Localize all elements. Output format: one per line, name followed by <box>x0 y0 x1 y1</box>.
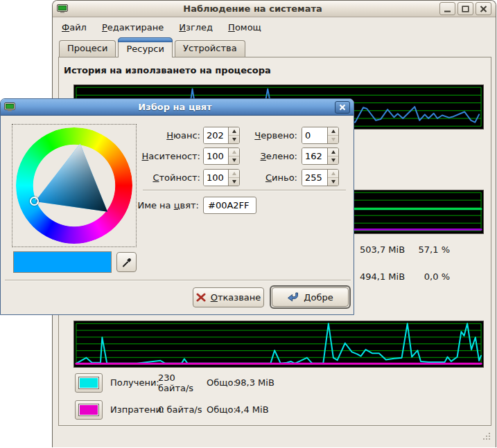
system-monitor-icon <box>4 102 15 112</box>
received-color-button[interactable] <box>75 373 103 393</box>
sent-total: 4,4 MiB <box>235 404 269 415</box>
green-spinbox <box>302 147 339 165</box>
menu-help[interactable]: Помощ <box>228 19 268 35</box>
ok-button[interactable]: Добре <box>272 287 349 307</box>
red-label: Червено: <box>235 127 297 144</box>
received-total: 98,3 MiB <box>235 377 274 388</box>
close-icon <box>480 6 487 12</box>
network-sent-row: Изпратени: 0 байта/s Общо: 4,4 MiB <box>75 400 269 420</box>
menu-edit[interactable]: Редактиране <box>102 19 171 35</box>
red-input[interactable] <box>302 127 327 143</box>
close-button[interactable] <box>476 2 491 15</box>
menubar: Файл Редактиране Изглед Помощ <box>53 18 496 37</box>
color-selector-marker[interactable] <box>30 197 39 206</box>
tab-resources[interactable]: Ресурси <box>118 37 173 57</box>
minimize-icon <box>444 6 451 12</box>
menu-file[interactable]: Файл <box>62 19 94 35</box>
tabbar: Процеси Ресурси Устройства <box>59 37 247 57</box>
blue-input[interactable] <box>302 170 327 186</box>
value-label: Стойност: <box>117 169 200 186</box>
saturation-input[interactable] <box>204 148 228 164</box>
hue-input[interactable] <box>204 127 228 143</box>
menu-view[interactable]: Изглед <box>179 19 220 35</box>
dialog-close-button[interactable] <box>335 101 350 114</box>
eyedropper-icon <box>121 257 132 268</box>
sent-color-swatch <box>78 404 99 416</box>
value-input[interactable] <box>204 170 228 186</box>
saturation-label: Наситеност: <box>117 147 200 165</box>
green-spin-down-button[interactable] <box>328 156 338 164</box>
red-spin-down-button[interactable] <box>328 136 338 143</box>
spin-up-icon <box>331 129 335 133</box>
cpu-history-heading: История на използването на процесора <box>64 65 271 75</box>
memory-size-value: 503,7 MiB <box>360 244 405 255</box>
blue-label: Синьо: <box>235 169 297 186</box>
dialog-title: Избор на цвят <box>15 102 335 112</box>
memory-usage-row: 503,7 MiB 57,1 % <box>360 244 450 255</box>
spin-down-icon <box>331 159 335 162</box>
color-name-input[interactable] <box>203 197 256 214</box>
ok-enter-icon <box>287 292 299 303</box>
spin-up-icon <box>331 150 335 154</box>
hue-label: Нюанс: <box>117 127 200 144</box>
spin-up-icon <box>331 172 335 175</box>
buttons-separator <box>5 280 351 281</box>
ok-button-focus-ring: Добре <box>270 285 351 309</box>
red-spinbox <box>302 127 339 144</box>
swap-usage-row: 494,1 MiB 0,0 % <box>360 271 450 282</box>
cancel-icon <box>196 293 206 302</box>
maximize-icon <box>462 6 469 12</box>
dialog-titlebar[interactable]: Избор на цвят <box>1 99 354 116</box>
swap-percent-value: 0,0 % <box>424 271 450 282</box>
color-selection-dialog: Избор на цвят Нюанс: Наситеност: Стойнос… <box>0 98 354 315</box>
swap-size-value: 494,1 MiB <box>360 271 405 282</box>
blue-spin-up-button[interactable] <box>328 170 338 178</box>
tab-processes[interactable]: Процеси <box>59 40 116 57</box>
system-monitor-icon <box>57 3 68 14</box>
tab-devices[interactable]: Устройства <box>175 40 245 57</box>
blue-spinbox <box>302 169 339 186</box>
fields-separator <box>143 190 346 191</box>
network-received-row: Получени: 230 байта/s Общо: 98,3 MiB <box>75 373 274 393</box>
minimize-button[interactable] <box>439 2 455 15</box>
network-history-chart <box>73 321 484 368</box>
green-spin-up-button[interactable] <box>328 148 338 156</box>
color-name-label: Име на цвят: <box>117 197 199 214</box>
green-label: Зелено: <box>235 147 297 165</box>
resize-grip-icon[interactable] <box>482 431 491 442</box>
memory-percent-value: 57,1 % <box>419 244 450 255</box>
main-titlebar[interactable]: Наблюдение на системата <box>53 1 496 17</box>
active-tab-highlight <box>118 37 173 42</box>
sent-total-label: Общо: <box>207 404 235 415</box>
sent-label: Изпратени: <box>110 404 158 415</box>
green-input[interactable] <box>302 148 327 164</box>
received-color-swatch <box>78 377 99 389</box>
spin-down-icon <box>331 180 335 183</box>
cancel-button[interactable]: Отказване <box>193 287 264 307</box>
red-spin-up-button[interactable] <box>328 127 338 136</box>
blue-spin-down-button[interactable] <box>328 178 338 186</box>
sent-color-button[interactable] <box>75 400 103 420</box>
received-label: Получени: <box>110 377 158 388</box>
close-icon <box>339 104 346 111</box>
spin-down-icon <box>331 138 335 141</box>
received-rate: 230 байта/s <box>158 373 207 393</box>
window-title: Наблюдение на системата <box>68 3 437 14</box>
maximize-button[interactable] <box>457 2 473 15</box>
received-total-label: Общо: <box>207 377 235 388</box>
color-preview-swatch <box>13 251 112 273</box>
sent-rate: 0 байта/s <box>158 404 207 415</box>
eyedropper-button[interactable] <box>116 252 137 272</box>
